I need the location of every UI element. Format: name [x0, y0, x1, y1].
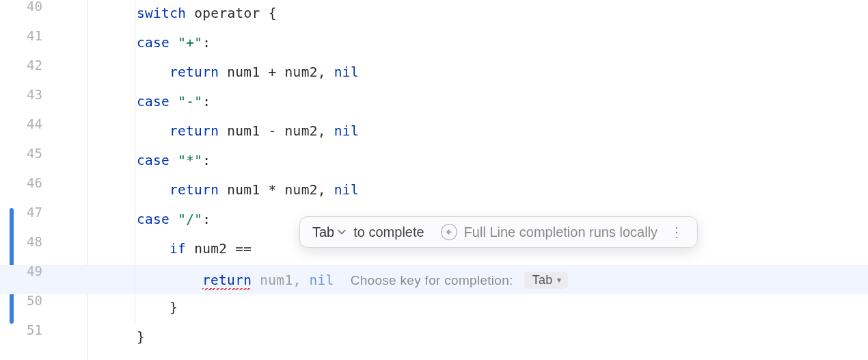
keyword: return — [169, 123, 219, 139]
code-token: : — [202, 94, 211, 110]
line-number: 45 — [0, 147, 57, 160]
code-text: return num1 + num2, nil — [57, 59, 359, 79]
ghost-text: num1, — [252, 272, 309, 288]
keyword: switch — [137, 5, 186, 21]
nil-keyword: nil — [334, 123, 359, 139]
indent-guide — [135, 29, 135, 59]
code-line[interactable]: 43 case "-": — [0, 88, 868, 118]
line-number: 43 — [0, 88, 57, 101]
line-number: 46 — [0, 177, 57, 190]
code-line[interactable]: 40 switch operator { — [0, 0, 868, 29]
code-line[interactable]: 46 return num1 * num2, nil — [0, 177, 868, 206]
indent-guide — [135, 88, 135, 118]
code-text: return num1 * num2, nil — [57, 177, 359, 197]
code-token: num2 == — [186, 241, 260, 257]
code-token: num1 + num2, — [219, 64, 334, 80]
code-text: } — [57, 294, 178, 315]
code-line[interactable]: 51 } — [0, 324, 868, 353]
code-line[interactable]: 50 } — [0, 294, 868, 324]
hint-text: Choose key for completion: — [351, 274, 513, 287]
keyword: if — [169, 241, 186, 257]
completion-tooltip[interactable]: Tab to complete Full Line completion run… — [299, 216, 698, 248]
code-line[interactable]: 45 case "*": — [0, 147, 868, 177]
tab-key-label: Tab — [312, 225, 334, 239]
code-token: operator { — [186, 5, 276, 21]
code-text: switch operator { — [57, 0, 277, 21]
code-token: : — [202, 153, 211, 168]
indent-guide — [135, 59, 135, 88]
code-token: num1 - num2, — [219, 123, 334, 139]
code-line[interactable]: 41 case "+": — [0, 29, 868, 59]
completion-hint: Choose key for completion: Tab▾ — [351, 272, 568, 289]
indent-guide — [135, 294, 135, 324]
line-number: 49 — [0, 265, 57, 278]
code-area[interactable]: 40 switch operator { 41 case "+": 42 ret… — [0, 0, 868, 353]
code-token: : — [202, 211, 211, 227]
ghost-nil: nil — [310, 272, 334, 288]
indent-guide — [135, 177, 135, 206]
code-token: num1 * num2, — [219, 182, 334, 198]
keyword: case — [137, 211, 169, 227]
line-number: 51 — [0, 324, 57, 337]
line-number: 48 — [0, 235, 57, 248]
brace: } — [169, 300, 178, 316]
line-number: 40 — [0, 0, 57, 13]
indent-guide — [135, 206, 135, 235]
string-literal: "/" — [178, 211, 202, 227]
string-literal: "*" — [178, 153, 202, 168]
string-literal: "+" — [178, 35, 202, 51]
code-text: } — [57, 324, 145, 344]
code-text: if num2 == — [57, 235, 260, 256]
keyword: case — [137, 153, 169, 168]
code-line[interactable]: 42 return num1 + num2, nil — [0, 59, 868, 88]
tooltip-info-text: Full Line completion runs locally — [464, 225, 657, 239]
info-icon — [441, 224, 457, 240]
indent-guide — [135, 235, 135, 265]
chevron-down-icon: ▾ — [557, 276, 561, 284]
keyword-error: return — [202, 272, 252, 288]
indent-guide — [135, 265, 135, 294]
indent-guide — [135, 118, 135, 147]
more-menu-icon[interactable]: ⋮ — [670, 229, 686, 235]
nil-keyword: nil — [334, 64, 359, 80]
keyword: case — [137, 94, 169, 110]
indent-guide — [135, 147, 135, 177]
code-text: return num1 - num2, nil — [57, 118, 359, 138]
line-number: 41 — [0, 29, 57, 42]
brace: } — [137, 329, 145, 345]
code-token: : — [202, 35, 211, 51]
tooltip-text: to complete — [353, 225, 424, 239]
key-chip[interactable]: Tab▾ — [524, 272, 568, 289]
keyword: return — [169, 182, 219, 198]
nil-keyword: nil — [334, 182, 359, 198]
line-number: 50 — [0, 294, 57, 307]
indent-guide — [135, 0, 135, 29]
line-number: 42 — [0, 59, 57, 72]
keyword: return — [169, 64, 219, 80]
chevron-down-icon[interactable] — [337, 225, 347, 239]
keyword: case — [137, 35, 169, 51]
string-literal: "-" — [178, 94, 202, 110]
line-number: 47 — [0, 206, 57, 219]
code-line-current[interactable]: 49 return num1, nil Choose key for compl… — [0, 265, 868, 294]
chip-label: Tab — [532, 274, 553, 286]
line-number: 44 — [0, 118, 57, 131]
code-editor[interactable]: 40 switch operator { 41 case "+": 42 ret… — [0, 0, 868, 360]
code-line[interactable]: 44 return num1 - num2, nil — [0, 118, 868, 147]
